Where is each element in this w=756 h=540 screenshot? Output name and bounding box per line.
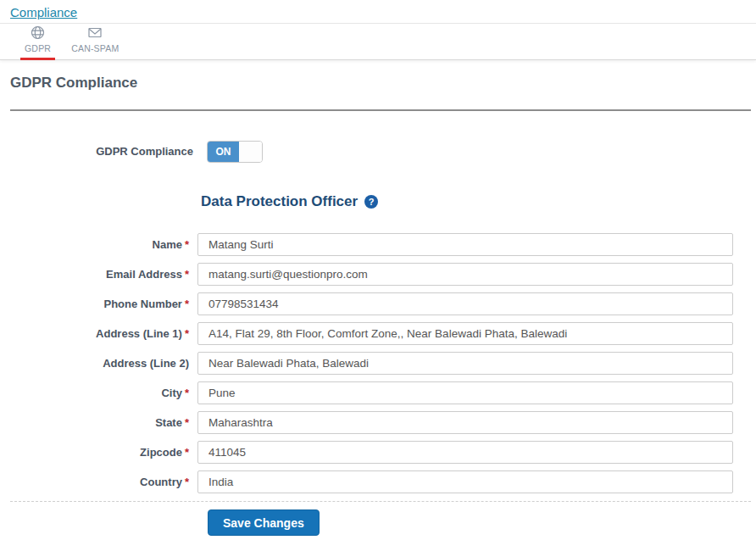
- dpo-form: Name* Email Address* Phone Number* Addre…: [0, 233, 756, 493]
- dpo-section-title: Data Protection Officer: [201, 193, 358, 210]
- save-changes-button[interactable]: Save Changes: [208, 509, 320, 536]
- input-phone-number[interactable]: [197, 292, 733, 315]
- tab-gdpr[interactable]: GDPR: [20, 23, 55, 60]
- field-row-name: Name*: [0, 233, 756, 256]
- title-divider: [10, 109, 751, 111]
- required-asterisk: *: [185, 327, 189, 340]
- field-row-address-line-2: Address (Line 2): [0, 352, 756, 375]
- toggle-off-segment: [239, 142, 262, 162]
- gdpr-compliance-toggle[interactable]: ON: [207, 141, 263, 163]
- required-asterisk: *: [185, 416, 189, 429]
- help-icon[interactable]: ?: [364, 195, 378, 209]
- input-address-line-2[interactable]: [197, 352, 733, 375]
- field-label: State: [155, 416, 182, 429]
- input-state[interactable]: [197, 411, 733, 434]
- field-row-phone-number: Phone Number*: [0, 292, 756, 315]
- dpo-section-heading: Data Protection Officer ?: [201, 193, 756, 210]
- required-asterisk: *: [185, 387, 189, 399]
- field-row-state: State*: [0, 411, 756, 434]
- field-label: Phone Number: [103, 298, 181, 310]
- field-label: Zipcode: [140, 446, 182, 459]
- field-row-city: City*: [0, 381, 756, 404]
- field-label: Address (Line 2): [103, 357, 189, 370]
- required-asterisk: *: [185, 268, 189, 281]
- form-footer-divider: [10, 501, 751, 502]
- input-zipcode[interactable]: [197, 441, 733, 464]
- input-name[interactable]: [197, 233, 733, 256]
- gdpr-toggle-row: GDPR Compliance ON: [0, 140, 756, 163]
- breadcrumb-compliance-link[interactable]: Compliance: [10, 5, 77, 19]
- field-row-address-line-1: Address (Line 1)*: [0, 322, 756, 345]
- field-row-zipcode: Zipcode*: [0, 441, 756, 464]
- input-email-address[interactable]: [197, 263, 733, 286]
- field-label: Email Address: [106, 268, 182, 281]
- breadcrumb: Compliance: [0, 0, 756, 24]
- required-asterisk: *: [185, 446, 189, 459]
- toggle-on-segment: ON: [208, 142, 239, 162]
- input-country[interactable]: [197, 470, 733, 493]
- envelope-icon: [86, 25, 103, 41]
- gdpr-toggle-label: GDPR Compliance: [0, 145, 193, 158]
- tab-bar: GDPR CAN-SPAM: [0, 24, 756, 60]
- input-address-line-1[interactable]: [197, 322, 733, 345]
- required-asterisk: *: [185, 298, 189, 310]
- page-title: GDPR Compliance: [10, 75, 756, 92]
- tab-can-spam-label: CAN-SPAM: [71, 43, 119, 53]
- input-city[interactable]: [197, 381, 733, 404]
- field-row-email-address: Email Address*: [0, 263, 756, 286]
- required-asterisk: *: [185, 238, 189, 251]
- field-label: Address (Line 1): [96, 327, 182, 340]
- tab-gdpr-label: GDPR: [25, 43, 51, 53]
- field-label: Country: [140, 476, 182, 488]
- field-label: Name: [153, 238, 182, 251]
- field-row-country: Country*: [0, 470, 756, 493]
- gdpr-globe-icon: [30, 25, 46, 41]
- required-asterisk: *: [185, 476, 189, 488]
- field-label: City: [161, 387, 182, 399]
- save-row: Save Changes: [208, 509, 756, 536]
- tab-can-spam[interactable]: CAN-SPAM: [67, 23, 123, 60]
